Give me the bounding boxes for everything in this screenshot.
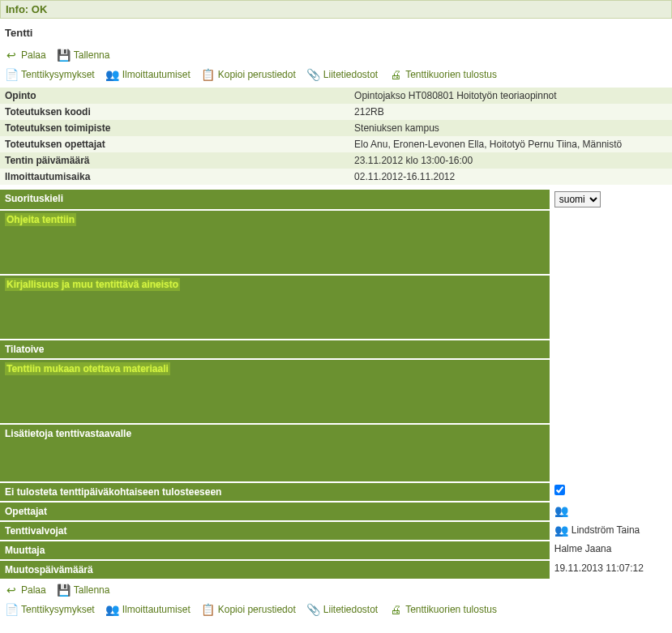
modified-date-value: 19.11.2013 11:07:12: [554, 562, 644, 574]
print-envelopes-link-bottom[interactable]: 🖨 Tenttikuorien tulostus: [389, 603, 497, 616]
back-label-bottom: Palaa: [21, 584, 46, 596]
info-label-cell: Opinto: [0, 88, 349, 104]
attachments-label: Liitetiedostot: [323, 69, 378, 80]
action-row-bottom-2: 📄 Tenttikysymykset 👥 Ilmoittautumiset 📋 …: [0, 600, 672, 619]
room-wish-label: Tilatoive: [0, 340, 551, 358]
supervisors-value: Lindström Taina: [571, 524, 640, 536]
page-title: Tentti: [0, 19, 672, 45]
info-row: Toteutuksen opettajatElo Anu, Eronen-Lev…: [0, 136, 672, 152]
copy-basic-label: Kopioi perustiedot: [218, 69, 296, 80]
copy-basic-label-bottom: Kopioi perustiedot: [218, 604, 296, 615]
room-wish-value[interactable]: [551, 340, 672, 358]
info-table: OpintoOpintojakso HT080801 Hoitotyön teo…: [0, 88, 672, 185]
questions-link-bottom[interactable]: 📄 Tenttikysymykset: [5, 603, 95, 616]
registrations-label: Ilmoittautumiset: [122, 69, 190, 80]
copy-basic-link[interactable]: 📋 Kopioi perustiedot: [202, 68, 296, 81]
literature-value[interactable]: [551, 276, 672, 339]
attachments-link-bottom[interactable]: 📎 Liitetiedostot: [307, 603, 378, 616]
modified-date-label: Muutospäivämäärä: [0, 561, 551, 579]
no-print-label: Ei tulosteta tenttipäiväkohtaiseen tulos…: [0, 483, 551, 501]
teachers-label: Opettajat: [0, 503, 551, 520]
info-row: Toteutuksen toimipisteSteniuksen kampus: [0, 120, 672, 136]
info-value-cell: 212RB: [349, 104, 672, 120]
extra-info-label: Lisätietoja tenttivastaavalle: [0, 425, 551, 481]
print-envelopes-link[interactable]: 🖨 Tenttikuorien tulostus: [389, 68, 497, 81]
info-label-cell: Toteutuksen opettajat: [0, 136, 349, 152]
info-value-cell: Opintojakso HT080801 Hoitotyön teoriaopi…: [349, 88, 672, 104]
materials-value[interactable]: [551, 360, 672, 423]
form-table: Suorituskieli suomi Ohjeita tenttiin Kir…: [0, 188, 672, 580]
print-envelopes-label: Tenttikuorien tulostus: [405, 69, 497, 80]
info-row: Ilmoittautumisaika02.11.2012-16.11.2012: [0, 169, 672, 185]
questions-label-bottom: Tenttikysymykset: [21, 604, 95, 615]
instructions-value[interactable]: [551, 211, 672, 274]
info-label-cell: Tentin päivämäärä: [0, 152, 349, 169]
back-link[interactable]: ↩ Palaa: [5, 49, 46, 62]
modifier-value: Halme Jaana: [554, 543, 612, 554]
literature-label: Kirjallisuus ja muu tentittävä aineisto: [0, 276, 551, 339]
document-icon: 📄: [5, 68, 18, 81]
instructions-label: Ohjeita tenttiin: [0, 211, 551, 274]
copy-icon: 📋: [202, 68, 215, 81]
info-row: Toteutuksen koodi212RB: [0, 104, 672, 120]
questions-label: Tenttikysymykset: [21, 69, 95, 80]
info-row: OpintoOpintojakso HT080801 Hoitotyön teo…: [0, 88, 672, 104]
print-icon: 🖨: [389, 68, 402, 81]
people-icon[interactable]: 👥: [554, 524, 568, 537]
users-icon: 👥: [106, 68, 119, 81]
print-envelopes-label-bottom: Tenttikuorien tulostus: [405, 604, 497, 615]
save-disk-icon: 💾: [58, 584, 71, 597]
back-arrow-icon: ↩: [5, 584, 18, 597]
save-label-bottom: Tallenna: [74, 584, 110, 596]
save-link-bottom[interactable]: 💾 Tallenna: [58, 584, 110, 597]
attachment-icon: 📎: [307, 603, 320, 616]
registrations-link[interactable]: 👥 Ilmoittautumiset: [106, 68, 190, 81]
users-icon: 👥: [106, 603, 119, 616]
registrations-label-bottom: Ilmoittautumiset: [122, 604, 190, 615]
print-icon: 🖨: [389, 603, 402, 616]
save-label: Tallenna: [74, 49, 110, 61]
action-row-top-1: ↩ Palaa 💾 Tallenna: [0, 45, 672, 65]
people-icon[interactable]: 👥: [554, 504, 568, 517]
questions-link[interactable]: 📄 Tenttikysymykset: [5, 68, 95, 81]
save-link[interactable]: 💾 Tallenna: [58, 49, 110, 62]
materials-label: Tenttiin mukaan otettava materiaali: [0, 360, 551, 423]
action-row-top-2: 📄 Tenttikysymykset 👥 Ilmoittautumiset 📋 …: [0, 65, 672, 84]
document-icon: 📄: [5, 603, 18, 616]
info-row: Tentin päivämäärä23.11.2012 klo 13:00-16…: [0, 152, 672, 169]
info-label-cell: Toteutuksen koodi: [0, 104, 349, 120]
info-bar: Info: OK: [0, 0, 672, 19]
copy-basic-link-bottom[interactable]: 📋 Kopioi perustiedot: [202, 603, 296, 616]
supervisors-label: Tenttivalvojat: [0, 522, 551, 540]
language-label: Suorituskieli: [0, 190, 551, 209]
save-disk-icon: 💾: [58, 49, 71, 62]
back-link-bottom[interactable]: ↩ Palaa: [5, 584, 46, 597]
back-label: Palaa: [21, 49, 46, 61]
attachments-link[interactable]: 📎 Liitetiedostot: [307, 68, 378, 81]
action-row-bottom-1: ↩ Palaa 💾 Tallenna: [0, 580, 672, 600]
info-label-cell: Toteutuksen toimipiste: [0, 120, 349, 136]
info-label-cell: Ilmoittautumisaika: [0, 169, 349, 185]
extra-info-value[interactable]: [551, 425, 672, 481]
no-print-checkbox[interactable]: [554, 485, 565, 495]
registrations-link-bottom[interactable]: 👥 Ilmoittautumiset: [106, 603, 190, 616]
copy-icon: 📋: [202, 603, 215, 616]
language-select[interactable]: suomi: [554, 191, 601, 207]
attachment-icon: 📎: [307, 68, 320, 81]
back-arrow-icon: ↩: [5, 49, 18, 62]
info-value-cell: Steniuksen kampus: [349, 120, 672, 136]
info-value-cell: 02.11.2012-16.11.2012: [349, 169, 672, 185]
info-label: Info: OK: [6, 3, 47, 15]
info-value-cell: Elo Anu, Eronen-Levonen Ella, Hoitotyö P…: [349, 136, 672, 152]
attachments-label-bottom: Liitetiedostot: [323, 604, 378, 615]
info-value-cell: 23.11.2012 klo 13:00-16:00: [349, 152, 672, 169]
modifier-label: Muuttaja: [0, 541, 551, 559]
